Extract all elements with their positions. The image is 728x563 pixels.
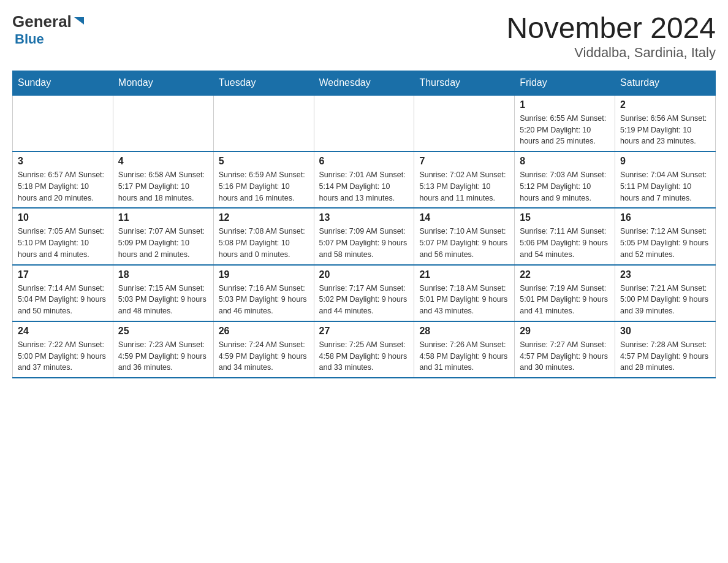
col-friday: Friday (515, 71, 615, 95)
day-info: Sunrise: 7:21 AM Sunset: 5:00 PM Dayligh… (620, 283, 710, 317)
table-row: 19Sunrise: 7:16 AM Sunset: 5:03 PM Dayli… (213, 265, 314, 321)
day-info: Sunrise: 7:11 AM Sunset: 5:06 PM Dayligh… (520, 226, 610, 260)
table-row: 24Sunrise: 7:22 AM Sunset: 5:00 PM Dayli… (13, 321, 113, 378)
day-number: 24 (18, 326, 108, 337)
table-row: 12Sunrise: 7:08 AM Sunset: 5:08 PM Dayli… (213, 208, 314, 264)
day-info: Sunrise: 7:02 AM Sunset: 5:13 PM Dayligh… (419, 169, 509, 204)
logo-arrow-icon (73, 15, 86, 31)
day-info: Sunrise: 6:55 AM Sunset: 5:20 PM Dayligh… (520, 113, 610, 147)
day-number: 27 (319, 326, 409, 337)
day-info: Sunrise: 6:58 AM Sunset: 5:17 PM Dayligh… (118, 169, 208, 204)
logo-blue-text: Blue (15, 31, 44, 47)
table-row: 17Sunrise: 7:14 AM Sunset: 5:04 PM Dayli… (13, 265, 113, 321)
day-number: 7 (419, 156, 509, 167)
day-number: 10 (18, 212, 108, 223)
day-info: Sunrise: 7:10 AM Sunset: 5:07 PM Dayligh… (419, 226, 509, 260)
day-info: Sunrise: 7:22 AM Sunset: 5:00 PM Dayligh… (18, 339, 108, 373)
day-info: Sunrise: 7:28 AM Sunset: 4:57 PM Dayligh… (620, 339, 710, 373)
table-row: 28Sunrise: 7:26 AM Sunset: 4:58 PM Dayli… (414, 321, 515, 378)
day-number: 6 (319, 156, 409, 167)
day-number: 11 (118, 212, 208, 223)
table-row (414, 95, 515, 151)
day-info: Sunrise: 7:24 AM Sunset: 4:59 PM Dayligh… (219, 339, 309, 373)
table-row: 4Sunrise: 6:58 AM Sunset: 5:17 PM Daylig… (113, 151, 213, 208)
col-monday: Monday (113, 71, 213, 95)
day-number: 17 (18, 269, 108, 280)
day-number: 14 (419, 212, 509, 223)
day-info: Sunrise: 7:14 AM Sunset: 5:04 PM Dayligh… (18, 283, 108, 317)
day-number: 30 (620, 326, 710, 337)
table-row: 26Sunrise: 7:24 AM Sunset: 4:59 PM Dayli… (213, 321, 314, 378)
table-row: 8Sunrise: 7:03 AM Sunset: 5:12 PM Daylig… (515, 151, 615, 208)
day-number: 8 (520, 156, 610, 167)
day-number: 28 (419, 326, 509, 337)
table-row: 23Sunrise: 7:21 AM Sunset: 5:00 PM Dayli… (615, 265, 716, 321)
day-info: Sunrise: 6:59 AM Sunset: 5:16 PM Dayligh… (219, 169, 309, 204)
calendar-subtitle: Viddalba, Sardinia, Italy (506, 45, 716, 61)
day-number: 15 (520, 212, 610, 223)
day-info: Sunrise: 7:19 AM Sunset: 5:01 PM Dayligh… (520, 283, 610, 317)
table-row: 7Sunrise: 7:02 AM Sunset: 5:13 PM Daylig… (414, 151, 515, 208)
day-info: Sunrise: 7:12 AM Sunset: 5:05 PM Dayligh… (620, 226, 710, 260)
day-number: 23 (620, 269, 710, 280)
table-row: 5Sunrise: 6:59 AM Sunset: 5:16 PM Daylig… (213, 151, 314, 208)
table-row: 2Sunrise: 6:56 AM Sunset: 5:19 PM Daylig… (615, 95, 716, 151)
logo-general-text: General (12, 12, 72, 31)
table-row (314, 95, 414, 151)
svg-marker-0 (74, 17, 84, 25)
day-info: Sunrise: 7:01 AM Sunset: 5:14 PM Dayligh… (319, 169, 409, 204)
calendar-week-row: 3Sunrise: 6:57 AM Sunset: 5:18 PM Daylig… (13, 151, 716, 208)
table-row (113, 95, 213, 151)
day-number: 3 (18, 156, 108, 167)
table-row: 29Sunrise: 7:27 AM Sunset: 4:57 PM Dayli… (515, 321, 615, 378)
day-number: 22 (520, 269, 610, 280)
table-row: 30Sunrise: 7:28 AM Sunset: 4:57 PM Dayli… (615, 321, 716, 378)
table-row: 18Sunrise: 7:15 AM Sunset: 5:03 PM Dayli… (113, 265, 213, 321)
day-info: Sunrise: 7:23 AM Sunset: 4:59 PM Dayligh… (118, 339, 208, 373)
table-row: 25Sunrise: 7:23 AM Sunset: 4:59 PM Dayli… (113, 321, 213, 378)
calendar-week-row: 17Sunrise: 7:14 AM Sunset: 5:04 PM Dayli… (13, 265, 716, 321)
day-number: 29 (520, 326, 610, 337)
day-info: Sunrise: 7:08 AM Sunset: 5:08 PM Dayligh… (219, 226, 309, 260)
table-row: 13Sunrise: 7:09 AM Sunset: 5:07 PM Dayli… (314, 208, 414, 264)
day-number: 16 (620, 212, 710, 223)
day-number: 19 (219, 269, 309, 280)
col-sunday: Sunday (13, 71, 113, 95)
table-row: 6Sunrise: 7:01 AM Sunset: 5:14 PM Daylig… (314, 151, 414, 208)
title-block: November 2024 Viddalba, Sardinia, Italy (506, 12, 716, 61)
calendar-header-row: Sunday Monday Tuesday Wednesday Thursday… (13, 71, 716, 95)
day-number: 12 (219, 212, 309, 223)
day-number: 5 (219, 156, 309, 167)
table-row: 3Sunrise: 6:57 AM Sunset: 5:18 PM Daylig… (13, 151, 113, 208)
day-info: Sunrise: 7:18 AM Sunset: 5:01 PM Dayligh… (419, 283, 509, 317)
table-row: 9Sunrise: 7:04 AM Sunset: 5:11 PM Daylig… (615, 151, 716, 208)
table-row: 16Sunrise: 7:12 AM Sunset: 5:05 PM Dayli… (615, 208, 716, 264)
table-row: 15Sunrise: 7:11 AM Sunset: 5:06 PM Dayli… (515, 208, 615, 264)
day-number: 13 (319, 212, 409, 223)
day-info: Sunrise: 7:26 AM Sunset: 4:58 PM Dayligh… (419, 339, 509, 373)
day-number: 26 (219, 326, 309, 337)
day-number: 25 (118, 326, 208, 337)
day-number: 9 (620, 156, 710, 167)
day-info: Sunrise: 7:25 AM Sunset: 4:58 PM Dayligh… (319, 339, 409, 373)
calendar-week-row: 24Sunrise: 7:22 AM Sunset: 5:00 PM Dayli… (13, 321, 716, 378)
day-info: Sunrise: 6:56 AM Sunset: 5:19 PM Dayligh… (620, 113, 710, 147)
table-row: 10Sunrise: 7:05 AM Sunset: 5:10 PM Dayli… (13, 208, 113, 264)
table-row: 27Sunrise: 7:25 AM Sunset: 4:58 PM Dayli… (314, 321, 414, 378)
col-thursday: Thursday (414, 71, 515, 95)
day-info: Sunrise: 6:57 AM Sunset: 5:18 PM Dayligh… (18, 169, 108, 204)
day-info: Sunrise: 7:03 AM Sunset: 5:12 PM Dayligh… (520, 169, 610, 204)
day-info: Sunrise: 7:16 AM Sunset: 5:03 PM Dayligh… (219, 283, 309, 317)
day-info: Sunrise: 7:07 AM Sunset: 5:09 PM Dayligh… (118, 226, 208, 260)
col-wednesday: Wednesday (314, 71, 414, 95)
table-row (13, 95, 113, 151)
table-row: 22Sunrise: 7:19 AM Sunset: 5:01 PM Dayli… (515, 265, 615, 321)
day-info: Sunrise: 7:09 AM Sunset: 5:07 PM Dayligh… (319, 226, 409, 260)
table-row: 20Sunrise: 7:17 AM Sunset: 5:02 PM Dayli… (314, 265, 414, 321)
page-header: General Blue November 2024 Viddalba, Sar… (12, 12, 716, 61)
calendar-table: Sunday Monday Tuesday Wednesday Thursday… (12, 71, 716, 378)
table-row: 11Sunrise: 7:07 AM Sunset: 5:09 PM Dayli… (113, 208, 213, 264)
calendar-title: November 2024 (506, 12, 716, 45)
table-row: 14Sunrise: 7:10 AM Sunset: 5:07 PM Dayli… (414, 208, 515, 264)
table-row (213, 95, 314, 151)
